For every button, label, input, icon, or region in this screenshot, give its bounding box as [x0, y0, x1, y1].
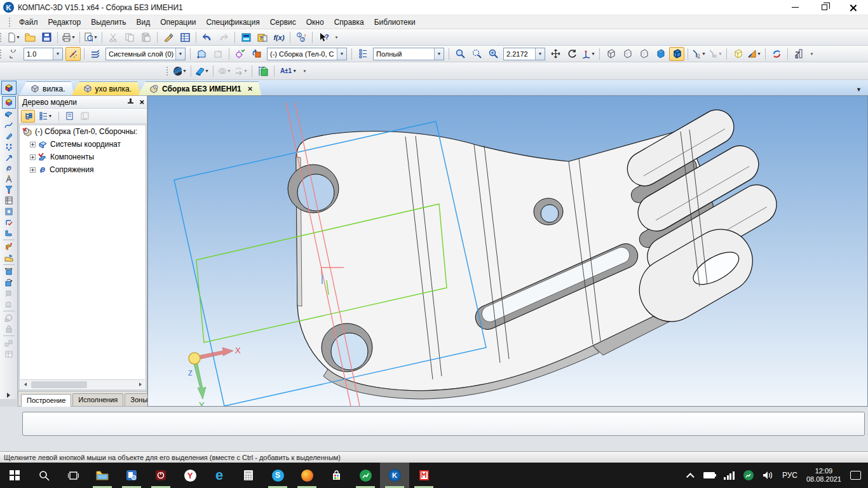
rail-point-button[interactable] [2, 130, 16, 141]
tray-volume[interactable] [758, 463, 778, 488]
tree-composition-button[interactable]: ▼ [36, 110, 55, 123]
ghost-display-button[interactable] [730, 47, 745, 61]
rail-check-button[interactable] [2, 217, 16, 227]
rail-rotate-component-button[interactable] [2, 277, 16, 288]
rail-overflow-button[interactable] [2, 391, 16, 399]
surface-button[interactable]: ▼ [217, 64, 232, 78]
detail-combo-arrow[interactable]: ▼ [434, 48, 444, 60]
tree-close-icon[interactable]: × [139, 97, 144, 107]
tree-horizontal-scrollbar[interactable] [20, 379, 145, 389]
taskbar-skype[interactable]: S [263, 463, 292, 488]
check-document-button[interactable] [233, 47, 248, 61]
variables-window-button[interactable] [238, 30, 254, 44]
action-center-button[interactable] [846, 463, 865, 488]
open-button[interactable] [22, 30, 37, 44]
menu-window[interactable]: Окно [301, 17, 329, 28]
taskbar-green-app[interactable] [351, 463, 380, 488]
rail-edit-assembly-button[interactable] [2, 96, 16, 109]
rail-filter-button[interactable] [2, 184, 16, 195]
taskbar-yandex[interactable]: Y [175, 463, 205, 488]
scroll-thumb[interactable] [31, 381, 87, 388]
undo-button[interactable] [200, 30, 215, 44]
rail-arrow-button[interactable] [2, 152, 16, 163]
new-document-button[interactable]: ▼ [6, 30, 21, 44]
start-button[interactable] [0, 463, 29, 488]
expander-icon[interactable] [30, 167, 36, 173]
pan-button[interactable] [548, 47, 563, 61]
copy-properties-button[interactable] [161, 30, 176, 44]
rail-mate-button[interactable] [2, 313, 16, 323]
menu-select[interactable]: Выделить [86, 17, 131, 28]
snap-toggle-button[interactable] [65, 47, 81, 61]
tab-close-icon[interactable]: × [248, 84, 253, 93]
save-button[interactable] [39, 30, 54, 44]
tray-app-icon[interactable] [739, 463, 758, 488]
tray-expand-button[interactable] [684, 463, 699, 488]
layer-combo-arrow[interactable]: ▼ [175, 48, 185, 60]
taskbar-kompas-active[interactable]: K [380, 463, 409, 488]
print-preview-button[interactable]: ▼ [83, 30, 98, 44]
tray-language[interactable]: РУС [778, 463, 802, 488]
tray-clock[interactable]: 12:09 08.08.2021 [802, 463, 846, 488]
rail-new-component-button[interactable] [2, 241, 16, 252]
zoom-scale-button[interactable] [485, 47, 501, 61]
rail-parameters-button[interactable] [2, 348, 16, 359]
menu-view[interactable]: Вид [132, 17, 156, 28]
tab-ukho-vilka[interactable]: ухо вилка. [72, 81, 140, 95]
sketch-mode-button[interactable] [194, 47, 209, 61]
shaded-mode-button[interactable] [653, 47, 668, 61]
compact-panel-toggle[interactable] [1, 81, 17, 95]
detail-mode-combo[interactable]: Полный▼ [373, 48, 444, 60]
taskbar-calculator[interactable] [234, 463, 263, 488]
rail-move-collision-button[interactable] [2, 299, 16, 309]
solid-body-button[interactable]: ▼ [194, 64, 210, 78]
menu-file[interactable]: Файл [14, 17, 43, 28]
rail-place-component-button[interactable] [2, 288, 16, 299]
tab-vilka[interactable]: вилка. [19, 81, 74, 95]
rail-sheetmetal-button[interactable] [2, 227, 16, 238]
component-combo[interactable]: (-) Сборка (Тел-0, С▼ [267, 48, 347, 60]
tab-sborka-active[interactable]: Сборка БЕЗ ИМЕНИ1 × [138, 81, 261, 95]
menu-editor[interactable]: Редактор [43, 17, 86, 28]
tree-structure-view-button[interactable] [21, 110, 35, 123]
rail-mates-button[interactable] [2, 163, 16, 173]
refresh-image-button[interactable] [769, 47, 784, 61]
taskbar-power-app[interactable] [146, 463, 175, 488]
task-view-button[interactable] [58, 463, 88, 488]
menu-libraries[interactable]: Библиотеки [369, 17, 421, 28]
rail-pattern-button[interactable] [2, 337, 16, 348]
spec-manager-button[interactable] [177, 30, 193, 44]
rail-move-component-button[interactable] [2, 266, 16, 277]
taskbar-firefox[interactable] [292, 463, 322, 488]
help-topics-button[interactable]: ? [255, 30, 270, 44]
scale-combo-arrow[interactable]: ▼ [53, 48, 62, 60]
dimension-button[interactable]: A±1▼ [278, 64, 299, 78]
viewport-3d[interactable]: X Y Z [147, 95, 868, 407]
scale-combo[interactable]: 1.0▼ [24, 48, 63, 60]
expander-icon[interactable] [30, 142, 36, 147]
tree-item-mates[interactable]: Сопряжения [20, 163, 146, 176]
rail-measure-button[interactable] [2, 173, 16, 184]
rail-spec-button[interactable] [2, 195, 16, 206]
component-combo-arrow[interactable]: ▼ [337, 48, 346, 60]
rail-spline-button[interactable] [2, 119, 16, 130]
tree-item-coordinate-systems[interactable]: Системы координат [20, 138, 146, 151]
context-help-button[interactable]: ? [316, 30, 331, 44]
print-button[interactable]: ▼ [61, 30, 76, 44]
rail-add-from-file-button[interactable] [2, 252, 16, 263]
rotate-view-button[interactable] [564, 47, 580, 61]
zoom-in-button[interactable] [452, 47, 468, 61]
expander-icon[interactable] [30, 154, 36, 160]
menu-operations[interactable]: Операции [155, 17, 201, 28]
menu-service[interactable]: Сервис [265, 17, 301, 28]
toolbar1-overflow[interactable]: ▼ [333, 32, 340, 43]
zoom-window-button[interactable] [469, 47, 484, 61]
taskbar-store[interactable] [322, 463, 351, 488]
zoom-combo-arrow[interactable]: ▼ [535, 48, 545, 60]
tab-ispolneniya[interactable]: Исполнения [72, 393, 123, 406]
tree-root-row[interactable]: (-) Сборка (Тел-0, Сборочны: [20, 125, 146, 138]
layer-combo[interactable]: Системный слой (0)▼ [105, 48, 186, 60]
hidden-lines-mode-button[interactable] [620, 47, 635, 61]
section-view-button[interactable]: ▼ [747, 47, 762, 61]
copy-button[interactable] [122, 30, 137, 44]
